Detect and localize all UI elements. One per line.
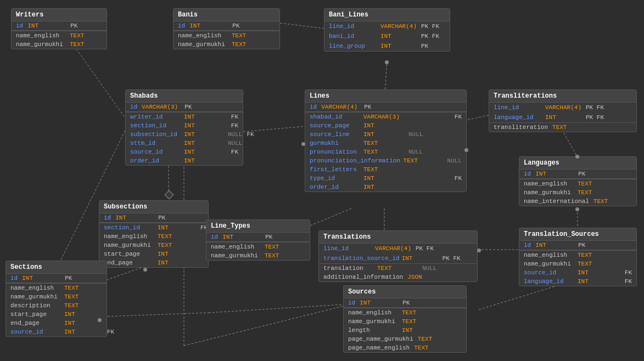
sections-title: Sections: [6, 261, 107, 274]
banis-title: Banis: [173, 9, 279, 21]
subsections-title: Subsections: [99, 201, 208, 213]
banis-table: Banis id INT PK name_englishTEXT name_gu…: [173, 8, 280, 49]
transliterations-title: Transliterations: [489, 90, 636, 103]
line-types-table: Line_Types id INT PK name_englishTEXT na…: [206, 219, 310, 261]
svg-line-0: [280, 23, 325, 29]
shabads-table: Shabads id VARCHAR(3) PK writer_idINTFK …: [125, 89, 243, 166]
writers-table: Writers id INT PK name_englishTEXT name_…: [11, 8, 107, 49]
translations-title: Translations: [319, 231, 477, 244]
translation-sources-title: Translation_Sources: [519, 228, 636, 241]
conn-dot-4: [575, 155, 579, 159]
conn-dot-5: [575, 207, 579, 211]
translations-table: Translations line_id VARCHAR(4) PK FK tr…: [318, 230, 478, 282]
writers-id-col: id: [16, 22, 23, 29]
transliterations-table: Transliterations line_id VARCHAR(4) PK F…: [489, 89, 637, 132]
sections-table: Sections id INT PK name_englishTEXT name…: [5, 261, 107, 337]
conn-dot-6: [477, 249, 481, 252]
conn-dot-7: [143, 268, 147, 272]
writers-title: Writers: [12, 9, 107, 21]
relationship-diamond: [165, 190, 174, 200]
conn-dot-1: [301, 142, 305, 146]
shabads-title: Shabads: [126, 90, 243, 103]
bani-lines-table: Bani_Lines line_id VARCHAR(4) PK FK bani…: [324, 8, 450, 52]
line-types-title: Line_Types: [206, 220, 310, 233]
lines-title: Lines: [305, 90, 466, 103]
svg-line-17: [184, 306, 343, 346]
svg-line-13: [209, 304, 343, 313]
svg-line-5: [107, 268, 141, 280]
conn-dot-8: [98, 318, 102, 322]
conn-dot-2: [385, 60, 389, 64]
conn-dot-3: [464, 148, 468, 152]
bani-lines-title: Bani_Lines: [324, 9, 450, 21]
lines-table: Lines id VARCHAR(4) PK shabad_idVARCHAR(…: [305, 89, 467, 192]
translation-sources-table: Translation_Sources id INT PK name_engli…: [519, 228, 637, 286]
sources-title: Sources: [344, 286, 466, 298]
subsections-table: Subsections id INT PK section_idINTFK na…: [99, 200, 209, 268]
db-diagram-canvas: Writers id INT PK name_englishTEXT name_…: [0, 0, 644, 361]
svg-line-6: [464, 115, 489, 121]
sources-table: Sources id INT PK name_englishTEXT name_…: [343, 285, 467, 353]
languages-title: Languages: [519, 157, 636, 170]
languages-table: Languages id INT PK name_englishTEXT nam…: [519, 156, 637, 206]
